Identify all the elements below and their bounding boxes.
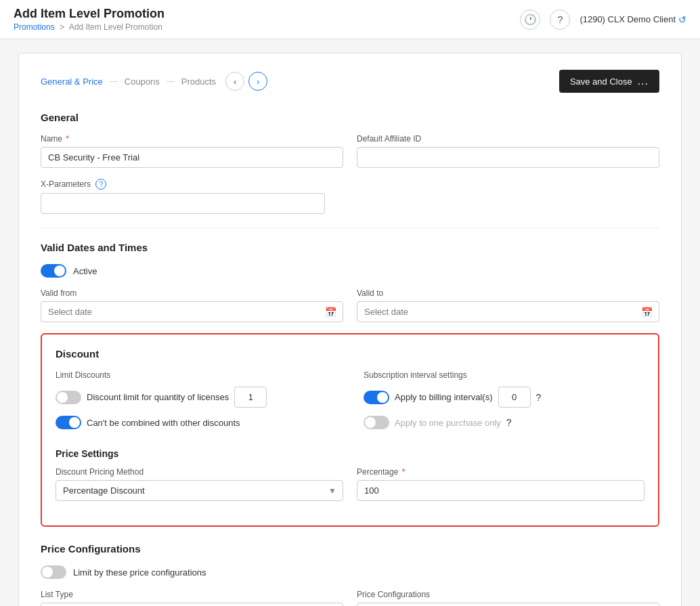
valid-to-input[interactable] <box>357 301 659 322</box>
combine-toggle[interactable] <box>56 416 81 429</box>
valid-from-input[interactable] <box>41 301 343 322</box>
divider-1 <box>41 228 659 228</box>
limit-config-label: Limit by these price configurations <box>73 567 206 578</box>
affiliate-group: Default Affiliate ID <box>357 134 659 168</box>
valid-dates-section: Valid Dates and Times Active Valid from … <box>41 242 659 322</box>
pricing-method-select-wrap: Percentage Discount Fixed Amount Overrid… <box>56 480 343 501</box>
limit-config-toggle[interactable] <box>41 565 66 579</box>
price-settings: Price Settings Discount Pricing Method P… <box>56 448 644 501</box>
percentage-input[interactable] <box>357 480 644 501</box>
help-icon: ? <box>557 14 563 25</box>
active-label: Active <box>73 266 97 276</box>
subscription-title: Subscription interval settings <box>364 370 644 380</box>
price-config-value-label: Price Configurations <box>357 590 659 599</box>
purchase-toggle[interactable] <box>364 416 389 429</box>
name-required: * <box>66 134 69 144</box>
next-arrow[interactable]: › <box>248 72 267 91</box>
billing-help-icon[interactable]: ? <box>536 392 542 403</box>
purchase-slider <box>364 416 389 429</box>
help-button[interactable]: ? <box>550 9 570 30</box>
combine-slider <box>56 416 81 429</box>
purchase-help-icon[interactable]: ? <box>506 417 512 428</box>
breadcrumb-parent[interactable]: Promotions <box>14 22 55 32</box>
price-settings-title: Price Settings <box>56 448 644 459</box>
list-type-label: List Type <box>41 590 343 599</box>
pricing-method-select[interactable]: Percentage Discount Fixed Amount Overrid… <box>56 480 343 501</box>
save-close-button[interactable]: Save and Close ... <box>559 70 659 93</box>
percentage-required: * <box>402 467 406 477</box>
xparams-label: X-Parameters ? <box>41 179 325 190</box>
valid-from-label: Valid from <box>41 288 343 298</box>
tab-general-price[interactable]: General & Price <box>41 74 103 89</box>
qty-toggle-label: Discount limit for quantity of licenses <box>87 392 229 402</box>
client-name: (1290) CLX Demo Client <box>579 14 676 24</box>
history-icon: 🕐 <box>524 14 537 26</box>
pricing-method-label: Discount Pricing Method <box>56 467 343 477</box>
tab-sep-2: — <box>167 77 175 86</box>
billing-label: Apply to billing interval(s) <box>395 392 493 402</box>
name-input[interactable] <box>41 147 343 168</box>
limit-discounts-title: Limit Discounts <box>56 370 336 380</box>
xparams-group: X-Parameters ? <box>41 179 325 214</box>
price-config-row: List Type Include List Exclude List ▼ Pr… <box>41 590 659 606</box>
general-section-title: General <box>41 112 659 123</box>
xparams-row: X-Parameters ? <box>41 179 659 214</box>
save-close-dots: ... <box>638 75 649 87</box>
top-bar-left: Add Item Level Promotion Promotions > Ad… <box>14 7 165 32</box>
breadcrumb-current: Add Item Level Promotion <box>69 22 162 32</box>
percentage-group: Percentage * <box>357 467 644 501</box>
percentage-label: Percentage * <box>357 467 644 477</box>
billing-toggle[interactable] <box>364 391 389 404</box>
valid-dates-title: Valid Dates and Times <box>41 242 659 253</box>
combine-label: Can't be combined with other discounts <box>87 418 240 428</box>
list-type-group: List Type Include List Exclude List ▼ <box>41 590 343 606</box>
purchase-label: Apply to one purchase only <box>395 418 501 428</box>
affiliate-label: Default Affiliate ID <box>357 134 659 144</box>
list-type-select[interactable]: Include List Exclude List <box>41 603 343 606</box>
billing-row: Apply to billing interval(s) ? <box>364 387 644 408</box>
affiliate-input[interactable] <box>357 147 659 168</box>
tab-products[interactable]: Products <box>181 74 216 89</box>
billing-interval-input[interactable] <box>498 387 531 408</box>
valid-from-wrap: 📅 <box>41 301 343 322</box>
valid-from-group: Valid from 📅 <box>41 288 343 322</box>
tab-nav-arrows: ‹ › <box>225 72 267 91</box>
active-toggle[interactable] <box>41 264 66 278</box>
price-config-title: Price Configurations <box>41 543 659 555</box>
limit-config-slider <box>41 565 66 579</box>
tab-nav: General & Price — Coupons — Products ‹ ›… <box>41 70 659 93</box>
breadcrumb: Promotions > Add Item Level Promotion <box>14 22 165 32</box>
name-affiliate-row: Name * Default Affiliate ID <box>41 134 659 168</box>
discount-right-col: Subscription interval settings Apply to … <box>364 370 644 437</box>
qty-input[interactable] <box>234 387 267 408</box>
breadcrumb-separator: > <box>60 22 64 32</box>
pricing-method-row: Discount Pricing Method Percentage Disco… <box>56 467 644 501</box>
general-section: General Name * Default Affiliate ID X-Pa… <box>41 112 659 214</box>
top-bar: Add Item Level Promotion Promotions > Ad… <box>0 0 700 39</box>
name-group: Name * <box>41 134 343 168</box>
dates-row: Valid from 📅 Valid to 📅 <box>41 288 659 322</box>
history-button[interactable]: 🕐 <box>520 9 540 30</box>
discount-section: Discount Limit Discounts Discount limit … <box>41 333 659 527</box>
xparams-input[interactable] <box>41 193 325 214</box>
qty-toggle[interactable] <box>56 391 81 404</box>
top-bar-right: 🕐 ? (1290) CLX Demo Client ↺ <box>520 9 686 30</box>
undo-button[interactable]: ↺ <box>678 14 686 25</box>
price-config-value-group: Price Configurations <box>357 590 659 606</box>
active-slider <box>41 264 66 278</box>
price-config-section: Price Configurations Limit by these pric… <box>41 543 659 606</box>
tab-coupons[interactable]: Coupons <box>125 74 160 89</box>
discount-title: Discount <box>56 348 644 360</box>
list-type-select-wrap: Include List Exclude List ▼ <box>41 603 343 606</box>
qty-slider <box>56 391 81 404</box>
price-config-input[interactable] <box>357 603 659 606</box>
valid-from-calendar-icon: 📅 <box>325 307 336 318</box>
prev-arrow[interactable]: ‹ <box>225 72 244 91</box>
name-label: Name * <box>41 134 343 144</box>
xparams-help-icon[interactable]: ? <box>95 179 106 190</box>
active-toggle-wrap: Active <box>41 264 659 278</box>
valid-to-group: Valid to 📅 <box>357 288 659 322</box>
qty-discount-row: Discount limit for quantity of licenses <box>56 387 336 408</box>
valid-to-wrap: 📅 <box>357 301 659 322</box>
client-label: (1290) CLX Demo Client ↺ <box>579 14 686 25</box>
